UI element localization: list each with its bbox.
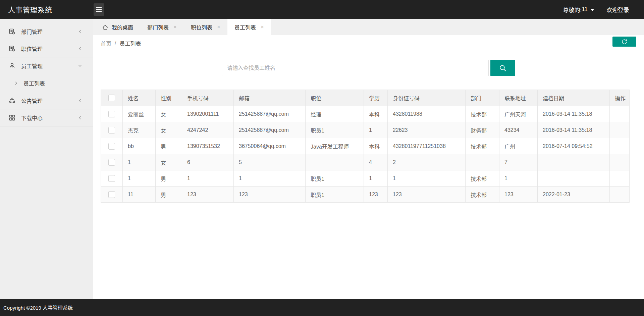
column-header: 建档日期 [538, 90, 610, 106]
greeting-prefix: 尊敬的: [563, 5, 582, 14]
tab-employee-list[interactable]: 员工列表 × [227, 19, 271, 35]
table-cell: 1 [364, 122, 388, 138]
sidebar-item-download[interactable]: 下载中心 [0, 109, 93, 126]
column-header: 联系地址 [499, 90, 538, 106]
select-all-checkbox[interactable] [108, 95, 115, 101]
table-cell: 职员1 [306, 170, 364, 187]
row-checkbox[interactable] [108, 111, 115, 117]
table-cell: 4 [364, 154, 388, 170]
table-cell: 251425887@qq.com [234, 106, 306, 122]
chevron-left-icon [78, 116, 82, 120]
column-header: 学历 [364, 90, 388, 106]
table-cell [538, 170, 610, 187]
table-cell: 7 [499, 154, 538, 170]
form-icon [9, 45, 15, 52]
table-cell: 13902001111 [182, 106, 234, 122]
row-checkbox[interactable] [108, 191, 115, 198]
table-cell: 技术部 [466, 187, 499, 203]
table-row: 11男123123职员1123123技术部1232022-01-23 [101, 187, 630, 203]
table-cell: 1 [364, 170, 388, 187]
table-cell [610, 187, 630, 203]
table-cell: 2016-03-14 11:35:18 [538, 122, 610, 138]
table-cell: 123 [499, 187, 538, 203]
column-header: 性别 [156, 90, 182, 106]
table-cell: 2 [388, 154, 466, 170]
table-cell: 1 [499, 170, 538, 187]
sidebar-item-employee[interactable]: 员工管理 [0, 57, 93, 74]
tab-label: 我的桌面 [112, 23, 133, 31]
breadcrumb: 首页 / 员工列表 [93, 35, 644, 51]
close-icon[interactable]: × [261, 24, 264, 30]
table-cell: 4247242 [182, 122, 234, 138]
sidebar-item-label: 下载中心 [21, 114, 43, 122]
table-cell: 123 [388, 187, 466, 203]
table-cell [610, 138, 630, 154]
sidebar-item-label: 公告管理 [21, 97, 43, 105]
sidebar-item-label: 部门管理 [21, 28, 43, 36]
breadcrumb-separator: / [115, 40, 116, 46]
sidebar-item-announcement[interactable]: 公告管理 [0, 92, 93, 109]
table-cell: 技术部 [466, 138, 499, 154]
sidebar-subitem-employee-list[interactable]: 员工列表 [0, 74, 93, 92]
column-header: 手机号码 [182, 90, 234, 106]
welcome-link[interactable]: 欢迎登录 [606, 5, 629, 14]
share-icon [9, 97, 15, 104]
row-checkbox[interactable] [108, 143, 115, 150]
row-checkbox[interactable] [108, 175, 115, 182]
table-cell: 爱丽丝 [123, 106, 156, 122]
table-cell: 2016-07-14 09:54:52 [538, 138, 610, 154]
table-cell: 广州 [499, 138, 538, 154]
table-cell: 1 [182, 170, 234, 187]
breadcrumb-home[interactable]: 首页 [101, 39, 111, 47]
table-cell: 123 [234, 187, 306, 203]
hamburger-icon [96, 7, 102, 8]
chevron-down-icon [78, 64, 82, 68]
search-button[interactable] [490, 60, 515, 76]
table-cell: 杰克 [123, 122, 156, 138]
grid-icon [9, 114, 15, 121]
table-cell: 技术部 [466, 170, 499, 187]
refresh-icon [621, 39, 628, 45]
table-cell: 1 [123, 170, 156, 187]
table-cell: 女 [156, 106, 182, 122]
form-icon [9, 28, 15, 35]
table-cell: 2022-01-23 [538, 187, 610, 203]
table-cell: 22623 [388, 122, 466, 138]
app-header: 人事管理系统 尊敬的: 11 欢迎登录 [0, 0, 644, 19]
sidebar-toggle-button[interactable] [94, 3, 104, 16]
user-menu[interactable]: 尊敬的: 11 [563, 5, 594, 14]
close-icon[interactable]: × [217, 24, 220, 30]
row-select-cell [101, 106, 123, 122]
sidebar-item-position[interactable]: 职位管理 [0, 40, 93, 57]
tab-department-list[interactable]: 部门列表 × [140, 19, 184, 35]
username: 11 [582, 6, 588, 13]
user-icon [9, 62, 15, 69]
table-row: 爱丽丝女13902001111251425887@qq.com经理本科43280… [101, 106, 630, 122]
column-header: 职位 [306, 90, 364, 106]
table-cell: bb [123, 138, 156, 154]
search-input[interactable] [222, 60, 489, 76]
tab-position-list[interactable]: 职位列表 × [184, 19, 227, 35]
table-cell [610, 122, 630, 138]
table-cell: 本科 [364, 138, 388, 154]
tab-desktop[interactable]: 我的桌面 [95, 19, 140, 35]
table-cell: 职员1 [306, 187, 364, 203]
close-icon[interactable]: × [173, 24, 177, 30]
table-cell: 男 [156, 170, 182, 187]
app-footer: Copyright ©2019 人事管理系统 [0, 299, 644, 316]
table-cell [306, 154, 364, 170]
row-select-cell [101, 187, 123, 203]
column-header: 姓名 [123, 90, 156, 106]
sidebar-item-department[interactable]: 部门管理 [0, 23, 93, 40]
row-checkbox[interactable] [108, 127, 115, 134]
row-select-cell [101, 154, 123, 170]
row-checkbox[interactable] [108, 159, 115, 166]
hamburger-icon [96, 11, 102, 12]
refresh-button[interactable] [612, 37, 636, 47]
table-cell: 1 [123, 154, 156, 170]
row-select-cell [101, 138, 123, 154]
table-cell: 女 [156, 122, 182, 138]
column-header: 部门 [466, 90, 499, 106]
table-cell: 职员1 [306, 122, 364, 138]
table-header-row: 姓名性别手机号码邮箱职位学历身份证号码部门联系地址建档日期操作 [101, 90, 630, 106]
